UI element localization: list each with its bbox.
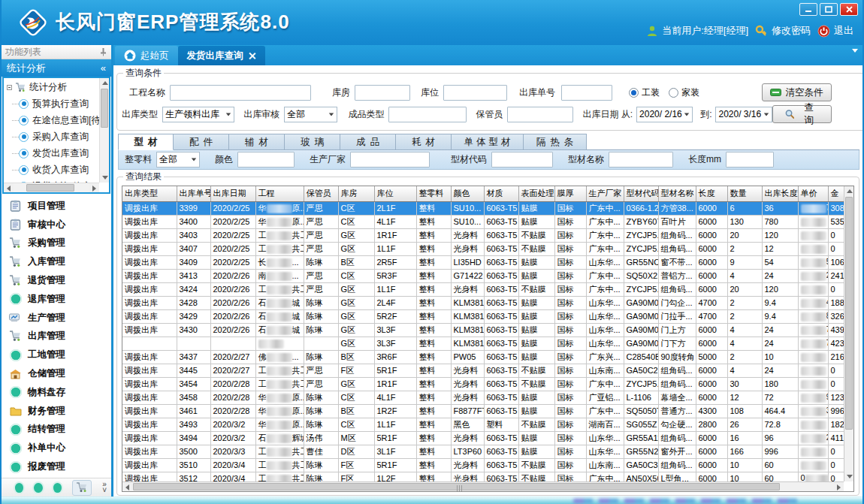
keeper-input[interactable] — [507, 107, 573, 122]
column-header[interactable]: 金 — [828, 186, 844, 201]
table-row[interactable]: 调拨出库35122020/3/4工共工程陈琳F区1L2F整料光身料6063-T5… — [122, 472, 844, 481]
location-input[interactable] — [443, 85, 507, 101]
minimize-button[interactable] — [799, 3, 817, 16]
column-header[interactable]: 型材名称 — [658, 186, 696, 201]
table-row[interactable]: 调拨出库34932020/3/2华原...陈琳C区1L1F整料黑色塑料不贴膜国标… — [122, 418, 844, 431]
logout-button[interactable]: 退出 — [817, 24, 853, 38]
table-row[interactable]: 调拨出库34372020/2/27佛...陈琳B区3R6F整料PW056063-… — [122, 350, 844, 364]
code-input[interactable] — [491, 152, 553, 167]
length-input[interactable] — [726, 152, 774, 167]
column-header[interactable]: 颜色 — [451, 186, 484, 201]
table-row[interactable]: 调拨出库34072020/2/25工共工程严思G区1L1F整料光身料6063-T… — [122, 242, 844, 255]
sidebar-item-补单中心[interactable]: 补单中心 — [9, 442, 111, 454]
cart-view-button[interactable] — [72, 480, 92, 496]
column-header[interactable]: 生产厂家 — [586, 186, 624, 201]
dot-icon[interactable] — [34, 483, 42, 493]
table-row[interactable]: 调拨出库34292020/2/26石城陈琳G区5R2F整料KLM38176063… — [122, 309, 844, 323]
sidebar-item-生产管理[interactable]: 生产管理 — [9, 312, 111, 324]
column-header[interactable]: 单价 — [798, 186, 828, 201]
sidebar-item-审核中心[interactable]: 审核中心 — [9, 219, 111, 231]
sidebar-item-入库管理[interactable]: 入库管理 — [9, 255, 111, 268]
section-header[interactable]: 统计分析 « — [2, 59, 111, 77]
tab-active[interactable]: 发货出库查询 — [178, 46, 265, 65]
radio-workwear[interactable]: 工装 — [629, 86, 660, 99]
material-tab-隔热条[interactable]: 隔热条 — [524, 134, 587, 150]
material-tab-玻璃[interactable]: 玻璃 — [285, 134, 340, 150]
scroll-left-icon[interactable] — [122, 482, 132, 492]
color-input[interactable] — [237, 152, 295, 167]
sidebar-item-物料盘存[interactable]: 物料盘存 — [9, 386, 111, 399]
table-row[interactable]: 调拨出库34542020/2/28工共工程严思G区1R1F整料光身料6063-T… — [122, 377, 844, 391]
column-header[interactable]: 型材代码 — [624, 186, 658, 201]
whole-select[interactable]: 全部 — [156, 152, 200, 167]
table-hscroll-thumb[interactable] — [133, 483, 780, 490]
dot-icon[interactable] — [53, 483, 62, 493]
sidebar-item-出库管理[interactable]: 出库管理 — [9, 330, 111, 343]
table-horizontal-scrollbar[interactable] — [122, 481, 844, 491]
table-row[interactable]: 调拨出库34302020/2/26石城陈琳G区3L3F整料KLM38176063… — [122, 323, 844, 337]
column-header[interactable]: 膜厚 — [554, 186, 586, 201]
date-from-select[interactable]: 2020/ 2/16 — [636, 107, 693, 122]
sidebar-item-项目管理[interactable]: 项目管理 — [9, 200, 111, 213]
tree-item[interactable]: 采购入库查询 — [7, 128, 99, 145]
tree-horizontal-scrollbar[interactable] — [4, 183, 99, 192]
column-header[interactable]: 表面处理 — [518, 186, 554, 201]
table-row[interactable]: 调拨出库34242020/2/26工共工程严思G区1L1F整料光身料6063-T… — [122, 282, 844, 296]
tab-home[interactable]: 起始页 — [115, 46, 178, 65]
product-type-input[interactable] — [388, 107, 467, 122]
out-type-select[interactable]: 生产领料出库 — [162, 107, 234, 122]
table-row[interactable]: 调拨出库34092020/2/25长...陈琳B区2R5F整料LI35HD606… — [122, 255, 844, 269]
material-tab-单体型材[interactable]: 单体型材 — [452, 134, 524, 150]
table-row[interactable]: 调拨出库34612020/2/28华原...陈琳B区1R2F整料F8877FT6… — [122, 404, 844, 418]
tree-root[interactable]: 统计分析 — [7, 80, 99, 95]
column-header[interactable]: 长度 — [696, 186, 727, 201]
manufacturer-input[interactable] — [350, 152, 430, 167]
tree-item[interactable]: 在途信息查询[待 — [7, 112, 99, 128]
sidebar-item-采购管理[interactable]: 采购管理 — [9, 237, 111, 249]
column-header[interactable]: 材质 — [484, 186, 518, 201]
scroll-left-icon[interactable] — [4, 183, 14, 193]
sidebar-item-财务管理[interactable]: 财务管理 — [9, 405, 111, 418]
tree-vscroll-thumb[interactable] — [101, 89, 108, 128]
column-header[interactable]: 出库单号 — [177, 186, 210, 201]
sidebar-item-仓储管理[interactable]: 仓储管理 — [9, 367, 111, 380]
more-buttons-icon[interactable]: »˅ — [102, 481, 107, 493]
order-no-input[interactable] — [561, 85, 612, 101]
date-to-select[interactable]: 2020/ 3/16 — [715, 107, 772, 122]
change-password-button[interactable]: 修改密码 — [755, 24, 811, 38]
tree-expand-icon[interactable] — [7, 85, 12, 90]
table-vscroll-thumb[interactable] — [845, 197, 853, 430]
table-row[interactable]: 调拨出库34582020/2/28华原...陈琳C区4L1F整料光身料6063-… — [122, 391, 844, 404]
table-row[interactable]: G区3L3F整料KLM38176063-T5贴膜国标山东华...GA90M09.… — [122, 337, 844, 350]
material-tab-辅材[interactable]: 辅材 — [229, 134, 285, 150]
sidebar-item-结转管理[interactable]: 结转管理 — [9, 423, 111, 436]
column-header[interactable]: 库位 — [374, 186, 416, 201]
table-vertical-scrollbar[interactable] — [844, 186, 853, 481]
collapse-icon[interactable]: « — [101, 62, 106, 74]
scroll-up-icon[interactable] — [844, 186, 854, 196]
scroll-right-icon[interactable] — [834, 482, 844, 492]
column-header[interactable]: 整零料 — [416, 186, 451, 201]
sidebar-item-工地管理[interactable]: 工地管理 — [9, 349, 111, 361]
tree-item[interactable]: 发货出库查询 — [7, 145, 99, 161]
close-button[interactable] — [840, 3, 858, 16]
tab-overflow-icon[interactable] — [852, 53, 858, 63]
table-row[interactable]: 调拨出库35102020/3/4工共工程陈琳F区5R1F整料光身料6063-T5… — [122, 458, 844, 472]
column-header[interactable]: 库房 — [338, 186, 374, 201]
table-row[interactable]: 调拨出库34282020/2/26石城陈琳G区2L4F整料KLM38176063… — [122, 296, 844, 309]
material-tab-配件[interactable]: 配件 — [174, 134, 229, 150]
tree-item[interactable]: 收货入库查询 — [7, 161, 99, 178]
sidebar-item-退库管理[interactable]: 退库管理 — [9, 293, 111, 306]
scroll-right-icon[interactable] — [89, 183, 99, 193]
warehouse-input[interactable] — [355, 85, 410, 101]
column-header[interactable]: 出库日期 — [210, 186, 255, 201]
column-header[interactable]: 保管员 — [304, 186, 338, 201]
scroll-down-icon[interactable] — [100, 173, 110, 183]
tree-hscroll-thumb[interactable] — [26, 184, 74, 192]
dot-icon[interactable] — [15, 483, 23, 493]
column-header[interactable]: 出库长度 — [762, 186, 798, 201]
column-header[interactable]: 数量 — [727, 186, 762, 201]
sidebar-item-退货管理[interactable]: 退货管理 — [9, 274, 111, 287]
material-tab-成品[interactable]: 成品 — [340, 134, 396, 150]
audit-select[interactable]: 全部 — [284, 107, 337, 122]
